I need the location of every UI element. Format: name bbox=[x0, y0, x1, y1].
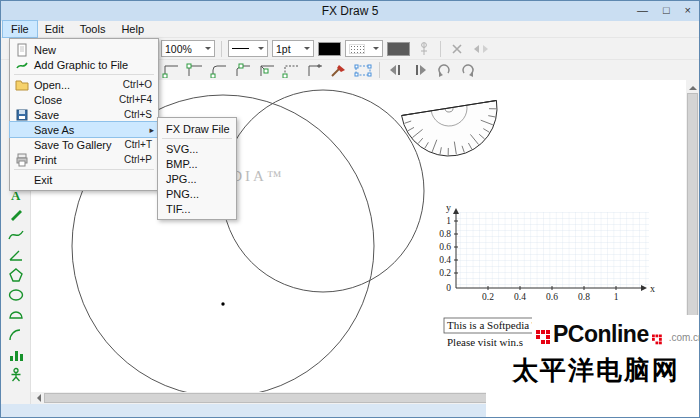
drawn-point[interactable] bbox=[221, 302, 224, 305]
menu-item-new[interactable]: New bbox=[10, 42, 158, 57]
menu-tools[interactable]: Tools bbox=[72, 21, 114, 37]
save-as-submenu: FX Draw File SVG... BMP... JPG... PNG...… bbox=[157, 117, 237, 220]
print-icon bbox=[14, 153, 29, 167]
menu-item-save-as[interactable]: Save As ▸ bbox=[10, 122, 158, 137]
x-tick: 0.6 bbox=[546, 292, 558, 302]
menu-item-save[interactable]: Save Ctrl+S bbox=[10, 107, 158, 122]
separator bbox=[440, 41, 441, 57]
minimize-button[interactable]: — bbox=[637, 4, 648, 16]
menu-separator bbox=[14, 169, 154, 170]
corner-style-icon-1[interactable] bbox=[161, 61, 181, 79]
submenu-item-bmp[interactable]: BMP... bbox=[158, 156, 236, 171]
line-color-swatch[interactable] bbox=[318, 42, 341, 56]
polygon-tool[interactable] bbox=[5, 266, 27, 283]
chevron-down-icon bbox=[258, 47, 264, 53]
menu-edit[interactable]: Edit bbox=[37, 21, 72, 37]
menu-separator bbox=[162, 138, 232, 139]
separator bbox=[221, 41, 222, 57]
x-tick: 0.2 bbox=[482, 292, 494, 302]
menu-help[interactable]: Help bbox=[113, 21, 152, 37]
angle-tool[interactable] bbox=[5, 246, 27, 263]
y-tick: 0.8 bbox=[439, 229, 451, 239]
chevron-down-icon bbox=[373, 47, 379, 53]
pin-icon[interactable] bbox=[414, 40, 434, 58]
line-style-select[interactable] bbox=[228, 40, 268, 57]
new-document-icon bbox=[14, 43, 29, 57]
line-width-select[interactable]: 1pt bbox=[272, 40, 314, 57]
submenu-item-fxdraw[interactable]: FX Draw File bbox=[158, 121, 236, 136]
menu-file[interactable]: File bbox=[3, 21, 37, 37]
zoom-select[interactable]: 100% bbox=[161, 40, 215, 57]
fill-pattern-select[interactable] bbox=[345, 40, 383, 57]
delete-icon[interactable] bbox=[447, 40, 467, 58]
graph-y-label: y bbox=[446, 202, 451, 213]
menu-item-label: Print bbox=[34, 154, 57, 166]
rotate-right-icon[interactable] bbox=[458, 61, 478, 79]
submenu-item-tif[interactable]: TIF... bbox=[158, 201, 236, 216]
chevron-down-icon bbox=[304, 47, 310, 53]
fill-color-swatch[interactable] bbox=[387, 42, 410, 56]
menu-item-save-to-gallery[interactable]: Save To Gallery Ctrl+T bbox=[10, 137, 158, 152]
pconline-logo-text: PConline bbox=[553, 323, 649, 345]
menu-item-print[interactable]: Print Ctrl+P bbox=[10, 152, 158, 167]
menu-shortcut: Ctrl+P bbox=[124, 154, 152, 165]
zoom-value: 100% bbox=[165, 43, 192, 55]
corner-style-icon-4[interactable] bbox=[233, 61, 253, 79]
submenu-item-label: TIF... bbox=[166, 203, 190, 215]
close-button[interactable]: × bbox=[685, 4, 691, 16]
menu-item-exit[interactable]: Exit bbox=[10, 172, 158, 187]
flip-horizontal-icon[interactable] bbox=[471, 40, 491, 58]
brush-icon[interactable] bbox=[329, 61, 349, 79]
scroll-up-icon[interactable] bbox=[689, 82, 697, 90]
graph-x-label: x bbox=[650, 283, 655, 294]
menu-item-label: Save To Gallery bbox=[34, 139, 111, 151]
align-left-icon[interactable] bbox=[386, 61, 406, 79]
rotate-left-icon[interactable] bbox=[434, 61, 454, 79]
corner-style-icon-3[interactable] bbox=[209, 61, 229, 79]
submenu-item-jpg[interactable]: JPG... bbox=[158, 171, 236, 186]
maximize-button[interactable]: □ bbox=[663, 4, 670, 16]
menu-shortcut: Ctrl+S bbox=[124, 109, 152, 120]
open-folder-icon bbox=[14, 78, 29, 92]
align-right-icon[interactable] bbox=[410, 61, 430, 79]
scroll-left-icon[interactable] bbox=[33, 394, 41, 402]
chart-tool[interactable] bbox=[5, 346, 27, 363]
horizontal-scroll-thumb[interactable] bbox=[44, 393, 490, 403]
menu-item-open[interactable]: Open... Ctrl+O bbox=[10, 77, 158, 92]
menu-item-label: New bbox=[34, 44, 56, 56]
chevron-down-icon bbox=[205, 47, 211, 53]
pconline-domain-text: .com.cn bbox=[669, 332, 700, 345]
x-tick: 1 bbox=[614, 292, 619, 302]
submenu-item-label: PNG... bbox=[166, 188, 199, 200]
graph-axes[interactable]: y x 1 0.8 0.6 0.4 0.2 0 0.2 0.4 0.6 0.8 … bbox=[439, 202, 655, 302]
menu-item-label: Add Graphic to File bbox=[34, 59, 128, 71]
menu-shortcut: Ctrl+F4 bbox=[119, 94, 152, 105]
y-tick: 0.2 bbox=[439, 268, 451, 278]
curve-tool[interactable] bbox=[5, 226, 27, 243]
x-tick: 0.4 bbox=[514, 292, 526, 302]
person-tool[interactable] bbox=[5, 366, 27, 383]
add-graphic-icon bbox=[14, 58, 29, 72]
submenu-item-label: JPG... bbox=[166, 173, 197, 185]
y-tick: 0.6 bbox=[439, 242, 451, 252]
semicircle-tool[interactable] bbox=[5, 306, 27, 323]
arc-tool[interactable] bbox=[5, 326, 27, 343]
pconline-chinese-text: 太平洋电脑网 bbox=[512, 353, 680, 388]
drawn-circle-small[interactable] bbox=[222, 90, 424, 292]
menu-separator bbox=[14, 74, 154, 75]
corner-style-icon-5[interactable] bbox=[257, 61, 277, 79]
corner-style-icon-7[interactable] bbox=[305, 61, 325, 79]
submenu-item-svg[interactable]: SVG... bbox=[158, 141, 236, 156]
selection-rect-icon[interactable] bbox=[353, 61, 373, 79]
pconline-watermark: PConline .com.cn 太平洋电脑网 bbox=[486, 315, 699, 417]
corner-style-icon-6[interactable] bbox=[281, 61, 301, 79]
menu-item-add-graphic[interactable]: Add Graphic to File bbox=[10, 57, 158, 72]
submenu-item-png[interactable]: PNG... bbox=[158, 186, 236, 201]
ellipse-tool[interactable] bbox=[5, 286, 27, 303]
corner-style-icon-2[interactable] bbox=[185, 61, 205, 79]
pencil-tool[interactable] bbox=[5, 206, 27, 223]
file-menu: New Add Graphic to File Open... Ctrl+O C… bbox=[9, 38, 159, 191]
menu-item-close[interactable]: Close Ctrl+F4 bbox=[10, 92, 158, 107]
y-tick: 0.4 bbox=[439, 255, 451, 265]
pconline-pixel-logo-icon bbox=[536, 330, 550, 345]
